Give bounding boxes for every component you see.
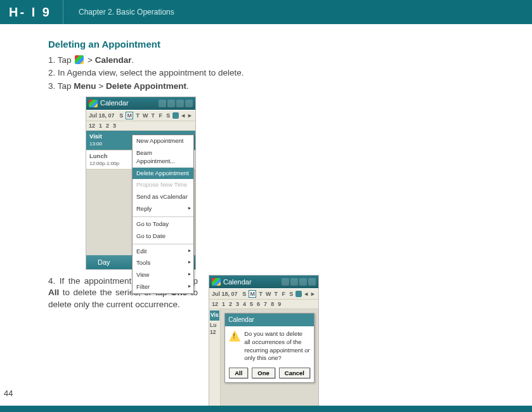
- day-s[interactable]: S: [118, 112, 124, 119]
- nav-left-icon[interactable]: ◄: [303, 290, 309, 298]
- warning-icon: [229, 330, 240, 342]
- num: 4: [243, 300, 246, 308]
- step-3-menu: Menu: [74, 81, 96, 91]
- menu-new-appointment[interactable]: New Appointment: [133, 135, 193, 147]
- menu-tools[interactable]: Tools: [133, 257, 193, 269]
- view-toggle-icon[interactable]: [172, 112, 179, 119]
- menu-go-to-today[interactable]: Go to Today: [133, 218, 193, 230]
- day-m-selected[interactable]: M: [126, 112, 133, 119]
- day-t2[interactable]: T: [273, 290, 279, 298]
- date-row: Jul 18, 07 S M T W T F S ◄ ►: [209, 288, 318, 300]
- context-menu: New Appointment Beam Appointment... Dele…: [132, 135, 194, 294]
- dialog-buttons: All One Cancel: [229, 368, 310, 378]
- day-w[interactable]: W: [265, 290, 271, 298]
- day-selector[interactable]: S M T W T F S: [118, 112, 171, 119]
- softkey-day[interactable]: Day: [98, 258, 110, 267]
- agenda-and-menu: Visit 13:00 Lunch 12:00p-1:00p New Appoi…: [86, 131, 195, 255]
- day-selector[interactable]: S M T W T F S: [241, 290, 294, 298]
- device-logo: H- I 9: [0, 0, 63, 24]
- dialog-cancel-button[interactable]: Cancel: [279, 368, 310, 378]
- num: 12: [212, 300, 218, 308]
- date-label[interactable]: Jul 18, 07: [212, 290, 238, 298]
- step-4-all: All: [48, 288, 59, 297]
- date-label[interactable]: Jul 18, 07: [89, 112, 115, 119]
- day-t2[interactable]: T: [150, 112, 156, 119]
- wm-titlebar: Calendar: [86, 97, 195, 110]
- step-4-row: 4. If the appointment is recurring, tap …: [48, 276, 431, 412]
- menu-go-to-date[interactable]: Go to Date: [133, 230, 193, 243]
- close-icon[interactable]: [185, 100, 193, 107]
- dialog-title: Calendar: [225, 314, 314, 326]
- menu-filter[interactable]: Filter: [133, 281, 193, 293]
- num: 1: [222, 300, 225, 308]
- titlebar-icons: [282, 278, 316, 286]
- step-3-gt: >: [98, 81, 106, 91]
- signal-icon: [290, 278, 298, 286]
- chapter-title: Chapter 2. Basic Operations: [63, 7, 174, 17]
- day-s2[interactable]: S: [165, 112, 171, 119]
- num: 5: [250, 300, 253, 308]
- screenshot-confirm-dialog: Calendar Jul 18, 07 S M T W T F S: [209, 276, 318, 412]
- volume-icon[interactable]: [299, 278, 307, 286]
- day-f[interactable]: F: [157, 112, 164, 119]
- num: 8: [271, 300, 274, 308]
- start-icon[interactable]: [89, 100, 98, 107]
- signal-icon: [167, 100, 175, 107]
- screenshot-delete-menu: Calendar Jul 18, 07 S M T W T F S ◄ ►: [86, 97, 195, 269]
- step-1-calendar: Calendar: [95, 55, 132, 65]
- day-w[interactable]: W: [142, 112, 148, 119]
- menu-beam-appointment[interactable]: Beam Appointment...: [133, 147, 193, 168]
- day-f[interactable]: F: [280, 290, 287, 298]
- nav-right-icon[interactable]: ►: [310, 290, 316, 298]
- instruction-list: 1. Tap > Calendar. 2. In Agenda view, se…: [48, 55, 431, 92]
- menu-separator: [133, 244, 193, 244]
- start-icon: [75, 55, 84, 64]
- date-row: Jul 18, 07 S M T W T F S ◄ ►: [86, 110, 195, 121]
- step-4: 4. If the appointment is recurring, tap …: [48, 276, 198, 412]
- appt-clip-2a: Lu: [210, 322, 219, 329]
- page-number: 44: [4, 388, 13, 399]
- menu-separator: [133, 216, 193, 217]
- titlebar-icons: [159, 100, 193, 107]
- day-m-selected[interactable]: M: [249, 290, 256, 298]
- step-3-action: Delete Appointment: [106, 81, 186, 91]
- nav-right-icon[interactable]: ►: [187, 112, 193, 119]
- day-t[interactable]: T: [134, 112, 141, 119]
- dialog-body: Do you want to delete all occurrences of…: [229, 330, 310, 362]
- appt-clip-2b: 12: [210, 329, 219, 336]
- day-s2[interactable]: S: [288, 290, 294, 298]
- num: 12: [89, 122, 95, 130]
- menu-reply[interactable]: Reply: [133, 203, 193, 215]
- step-1-suffix: .: [131, 55, 134, 65]
- dialog-text: Do you want to delete all occurrences of…: [244, 330, 310, 362]
- close-icon[interactable]: [308, 278, 316, 286]
- start-icon[interactable]: [212, 278, 221, 286]
- day-t[interactable]: T: [257, 290, 264, 298]
- num: 3: [236, 300, 239, 308]
- menu-propose-new-time: Propose New Time: [133, 179, 193, 191]
- step-1: 1. Tap > Calendar.: [48, 55, 431, 66]
- num: 2: [229, 300, 232, 308]
- bell-icon[interactable]: [282, 278, 289, 286]
- bell-icon[interactable]: [159, 100, 166, 107]
- dialog-one-button[interactable]: One: [252, 368, 275, 378]
- menu-view[interactable]: View: [133, 269, 193, 281]
- wm-titlebar: Calendar: [209, 276, 318, 288]
- day-s[interactable]: S: [241, 290, 247, 298]
- num: 7: [264, 300, 267, 308]
- menu-send-vcalendar[interactable]: Send as vCalendar: [133, 191, 193, 203]
- num: 9: [278, 300, 281, 308]
- page-content: Deleting an Appointment 1. Tap > Calenda…: [0, 24, 457, 412]
- page-footer-bar: [0, 406, 532, 412]
- num: 1: [99, 122, 102, 130]
- menu-delete-appointment[interactable]: Delete Appointment: [133, 168, 193, 180]
- view-toggle-icon[interactable]: [295, 291, 302, 297]
- volume-icon[interactable]: [176, 100, 184, 107]
- section-heading: Deleting an Appointment: [48, 38, 431, 51]
- menu-edit[interactable]: Edit: [133, 246, 193, 258]
- app-title: Calendar: [100, 98, 129, 108]
- number-row: 12 1 2 3: [86, 121, 195, 131]
- appt-clip-1: Vis: [210, 310, 219, 320]
- dialog-all-button[interactable]: All: [229, 368, 248, 378]
- nav-left-icon[interactable]: ◄: [180, 112, 186, 119]
